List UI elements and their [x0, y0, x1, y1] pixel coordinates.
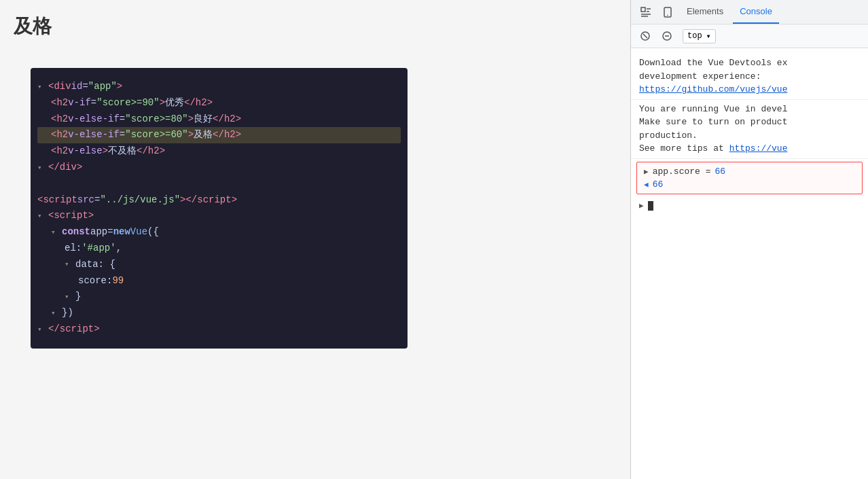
svg-line-4: [643, 34, 647, 38]
main-content: 及格 ▾ <div id="app"> <h2 v-if="score>=90"…: [0, 0, 630, 479]
code-line-6: ▾ </div>: [37, 160, 401, 176]
code-line-1: ▾ <div id="app">: [37, 79, 401, 95]
code-line-vue-close: ▾ }): [37, 305, 401, 321]
svg-rect-0: [641, 7, 645, 12]
tab-elements[interactable]: Elements: [680, 0, 730, 24]
console-output: Download the Vue Devtools exdevelopment …: [631, 48, 868, 479]
vue-tips-link[interactable]: https://vue: [729, 143, 788, 154]
code-line-score: score: 99: [37, 273, 401, 289]
console-message-2: You are running Vue in develMake sure to…: [631, 100, 868, 159]
code-line-el: el: '#app',: [37, 241, 401, 257]
clear-console-button[interactable]: [636, 27, 654, 45]
console-interactive-block: ▶ app.score = 66 ◀ 66: [636, 162, 863, 194]
code-line-script-close: ▾ </script>: [37, 321, 401, 338]
fold-icon-2[interactable]: ▾: [37, 162, 46, 175]
code-line-3: <h2 v-else-if="score>=80">良好</h2>: [37, 111, 401, 128]
code-line-vue: ▾ const app = new Vue({: [37, 224, 401, 241]
arrow-left-icon: ◀: [644, 180, 649, 189]
console-input-result: ▶ app.score = 66: [644, 166, 855, 177]
vue-devtools-link[interactable]: https://github.com/vuejs/vue: [639, 84, 787, 94]
console-cursor: [648, 201, 653, 211]
code-line-blank: [37, 176, 401, 192]
code-line-data: ▾ data: {: [37, 257, 401, 273]
code-line-5: <h2 v-else>不及格</h2>: [37, 143, 401, 160]
code-line-2: <h2 v-if="score>=90">优秀</h2>: [37, 95, 401, 111]
console-output-value: 66: [653, 179, 664, 190]
code-line-data-close: ▾ }: [37, 289, 401, 305]
context-selector[interactable]: top ▾: [683, 29, 716, 43]
console-message-1: Download the Vue Devtools exdevelopment …: [631, 54, 868, 100]
fold-icon-3[interactable]: ▾: [37, 210, 46, 223]
page-title: 及格: [14, 14, 617, 39]
console-output-result: ◀ 66: [644, 179, 855, 190]
arrow-right-icon: ▶: [644, 167, 649, 176]
fold-icon-7[interactable]: ▾: [51, 307, 59, 320]
device-icon[interactable]: [658, 3, 677, 22]
fold-icon-5[interactable]: ▾: [65, 258, 73, 271]
devtools-panel: Elements Console top ▾ Download the V: [630, 0, 868, 479]
chevron-down-icon: ▾: [706, 31, 711, 41]
devtools-toolbar: top ▾: [631, 24, 868, 48]
svg-point-2: [667, 14, 668, 16]
fold-icon-4[interactable]: ▾: [51, 226, 59, 239]
code-panel: ▾ <div id="app"> <h2 v-if="score>=90">优秀…: [31, 68, 408, 349]
input-arrow-icon: ▶: [639, 201, 644, 210]
filter-button[interactable]: [658, 27, 676, 45]
fold-icon[interactable]: ▾: [37, 81, 46, 94]
fold-icon-8[interactable]: ▾: [37, 323, 46, 336]
code-line-script-open: ▾ <script>: [37, 208, 401, 224]
devtools-tab-bar: Elements Console: [631, 0, 868, 24]
fold-icon-6[interactable]: ▾: [65, 291, 73, 304]
inspect-icon[interactable]: [636, 3, 655, 22]
console-value: 66: [715, 166, 725, 177]
console-input-line: ▶: [631, 197, 868, 215]
code-line-script-src: <script src="../js/vue.js"></script>: [37, 192, 401, 209]
code-line-4: <h2 v-else-if="score>=60">及格</h2>: [37, 127, 401, 143]
tab-console[interactable]: Console: [733, 0, 779, 24]
